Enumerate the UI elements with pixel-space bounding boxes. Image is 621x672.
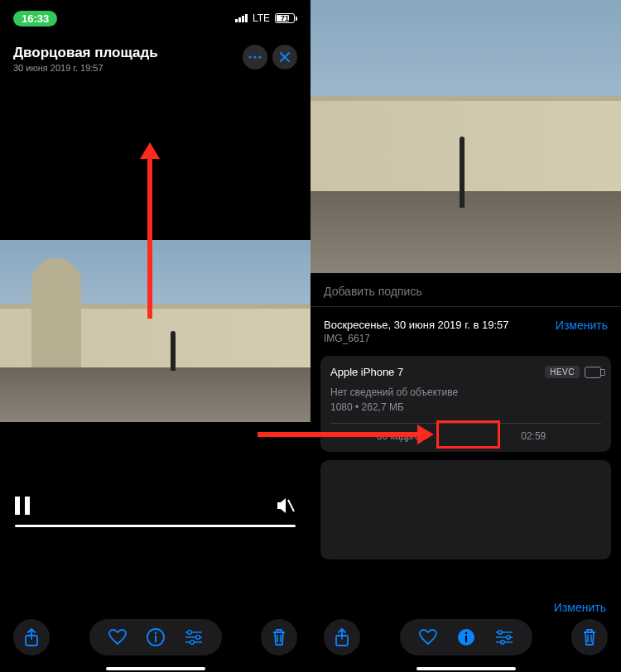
svg-point-2 [258, 55, 261, 58]
svg-point-1 [253, 55, 256, 58]
svg-point-9 [187, 631, 190, 634]
player-controls [0, 497, 310, 527]
center-pill [89, 619, 222, 655]
info-header: Воскресенье, 30 июня 2019 г. в 19:57 IMG… [310, 307, 621, 348]
bottom-toolbar-right [310, 619, 621, 660]
adjust-button[interactable] [185, 630, 203, 645]
bottom-toolbar [0, 619, 310, 660]
center-pill [400, 619, 532, 655]
svg-point-16 [498, 631, 501, 634]
photo-info-screen: Добавить подпись Воскресенье, 30 июня 20… [310, 0, 621, 672]
mute-button[interactable] [276, 497, 296, 515]
annotation-arrowhead-up [140, 142, 160, 159]
svg-rect-8 [155, 636, 156, 642]
share-button[interactable] [324, 619, 360, 655]
svg-rect-4 [25, 497, 30, 515]
svg-point-10 [195, 636, 199, 639]
video-title: Дворцовая площадь [13, 45, 158, 61]
annotation-arrow-up [147, 157, 152, 319]
battery-icon: 71 [275, 13, 297, 23]
file-size: 262,7 МБ [362, 401, 404, 413]
video-icon [585, 367, 601, 378]
video-frame[interactable] [0, 240, 310, 422]
photo-filename: IMG_6617 [324, 333, 509, 344]
annotation-arrowhead-right [417, 425, 434, 444]
signal-icon [235, 14, 248, 22]
svg-point-0 [248, 55, 251, 58]
svg-point-14 [465, 632, 467, 635]
svg-point-17 [506, 636, 509, 639]
close-button[interactable] [272, 45, 297, 70]
video-progress[interactable] [15, 525, 296, 527]
annotation-highlight [436, 420, 500, 449]
annotation-arrow-right [258, 432, 419, 437]
lens-info: Нет сведений об объективе [330, 385, 601, 400]
video-header: Дворцовая площадь 30 июня 2019 г. 19:57 [0, 36, 310, 73]
photo-date: Воскресенье, 30 июня 2019 г. в 19:57 [324, 319, 509, 331]
delete-button[interactable] [571, 619, 608, 655]
pause-button[interactable] [15, 497, 30, 515]
svg-point-18 [500, 641, 503, 644]
more-button[interactable] [243, 45, 267, 70]
photo-preview[interactable] [310, 0, 621, 273]
info-button[interactable] [147, 628, 165, 646]
edit-location-button[interactable]: Изменить [554, 601, 606, 614]
delete-button[interactable] [261, 619, 297, 655]
svg-point-11 [190, 641, 193, 644]
map-card[interactable] [320, 460, 611, 559]
home-indicator[interactable] [106, 667, 205, 670]
home-indicator[interactable] [416, 667, 516, 670]
device-label: Apple iPhone 7 [330, 366, 403, 378]
resolution-row: 1080 • 262,7 МБ [330, 400, 601, 415]
favorite-button[interactable] [419, 629, 437, 646]
svg-rect-3 [15, 497, 20, 515]
edit-date-button[interactable]: Изменить [556, 319, 608, 332]
info-button-active[interactable] [457, 628, 475, 646]
favorite-button[interactable] [108, 629, 127, 646]
network-label: LTE [253, 12, 270, 24]
status-right: LTE 71 [235, 12, 297, 24]
status-time-pill[interactable]: 16:33 [13, 11, 57, 26]
adjust-button[interactable] [495, 630, 513, 645]
share-button[interactable] [13, 619, 50, 655]
svg-point-7 [154, 632, 156, 635]
codec-badge: HEVC [545, 366, 580, 378]
caption-field[interactable]: Добавить подпись [310, 273, 621, 307]
video-player-screen: 16:33 LTE 71 Дворцовая площадь 30 июня 2… [0, 0, 310, 672]
svg-rect-15 [465, 636, 467, 642]
statusbar: 16:33 LTE 71 [0, 0, 310, 36]
video-subtitle: 30 июня 2019 г. 19:57 [13, 63, 158, 73]
